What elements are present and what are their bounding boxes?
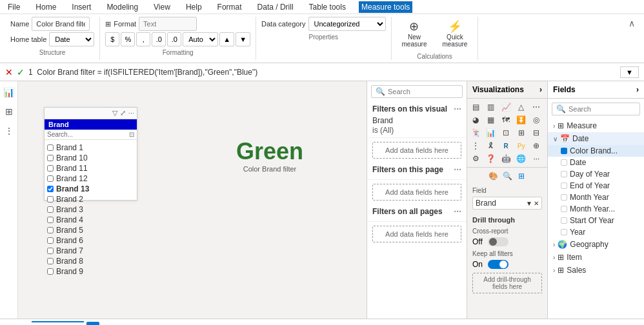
field-item-month-year[interactable]: Month Year xyxy=(548,192,644,203)
field-group-item-header[interactable]: › ⊞ Item xyxy=(548,251,644,264)
cross-report-toggle[interactable] xyxy=(488,237,508,246)
brand11-checkbox[interactable] xyxy=(47,165,54,172)
sidebar-icon-report[interactable]: 📊 xyxy=(2,85,16,99)
name-input[interactable] xyxy=(32,17,90,31)
viz-qna-icon[interactable]: ❓ xyxy=(485,153,497,164)
menu-table-tools[interactable]: Table tools xyxy=(307,1,348,13)
filter-brand-chip[interactable]: Brand is (All) xyxy=(372,116,461,135)
brand1-checkbox[interactable] xyxy=(47,144,54,151)
viz-matrix-icon[interactable]: ⊟ xyxy=(530,127,542,139)
add-page-data-button[interactable]: Add data fields here xyxy=(372,184,461,201)
menu-home[interactable]: Home xyxy=(33,1,59,13)
brand6-checkbox[interactable] xyxy=(47,237,54,244)
fields-panel-expand-icon[interactable]: › xyxy=(636,85,639,94)
field-item-day-of-year[interactable]: Day of Year xyxy=(548,168,644,180)
brand3-checkbox[interactable] xyxy=(47,206,54,213)
quick-measure-button[interactable]: ⚡ Quick measure xyxy=(437,17,472,50)
field-item-date[interactable]: Date xyxy=(548,157,644,168)
menu-data-drill[interactable]: Data / Drill xyxy=(255,1,296,13)
field-group-sales-header[interactable]: › ⊞ Sales xyxy=(548,264,644,277)
viz-treemap-icon[interactable]: ▦ xyxy=(485,114,497,126)
viz-field-input[interactable]: Brand ▼ ✕ xyxy=(472,197,542,210)
visual-slicer-widget[interactable]: ▽ ⤢ ··· Brand Search... ⊡ Brand 1 Brand … xyxy=(44,107,137,201)
format-input[interactable] xyxy=(139,17,197,31)
filter-icon[interactable]: ▽ xyxy=(112,109,117,117)
menu-measure-tools[interactable]: Measure tools xyxy=(359,1,412,13)
add-visual-data-button[interactable]: Add data fields here xyxy=(372,142,461,159)
formula-dropdown-button[interactable]: ▼ xyxy=(620,66,639,78)
viz-stacked-bar-icon[interactable]: ▤ xyxy=(470,101,481,113)
viz-more-icon[interactable]: ··· xyxy=(530,153,542,164)
brand8-checkbox[interactable] xyxy=(47,258,54,264)
field-item-end-of-year[interactable]: End of Year xyxy=(548,180,644,192)
add-drill-button[interactable]: Add drill-through fields here xyxy=(472,273,542,293)
field-group-geography-header[interactable]: › 🌍 Geography xyxy=(548,238,644,251)
viz-format-icon[interactable]: 🎨 xyxy=(487,170,499,182)
menu-view[interactable]: View xyxy=(151,1,173,13)
tab-brand-wise[interactable]: Brand Wise xyxy=(32,321,84,326)
currency-button[interactable]: $ xyxy=(105,32,119,46)
increase-decimal-button[interactable]: .0 xyxy=(152,32,166,46)
decrement-button[interactable]: ▼ xyxy=(236,32,250,46)
viz-analytics-icon[interactable]: 🔍 xyxy=(501,170,513,182)
more-icon[interactable]: ··· xyxy=(128,109,134,117)
sidebar-icon-model[interactable]: ⋮ xyxy=(2,124,16,138)
menu-help[interactable]: Help xyxy=(183,1,205,13)
viz-kpi-icon[interactable]: 📊 xyxy=(485,127,497,139)
comma-button[interactable]: , xyxy=(136,32,150,46)
field-item-color-brand[interactable]: Color Brand... xyxy=(548,145,644,157)
menu-insert[interactable]: Insert xyxy=(69,1,94,13)
field-group-measure-header[interactable]: › ⊞ Measure xyxy=(548,119,644,132)
brand12-checkbox[interactable] xyxy=(47,175,54,182)
brand2-checkbox[interactable] xyxy=(47,196,54,202)
decrease-decimal-button[interactable]: .0 xyxy=(167,32,181,46)
viz-python-icon[interactable]: Py xyxy=(516,140,527,152)
field-group-date-header[interactable]: ∨ 📅 Date xyxy=(548,132,644,145)
filter-all-more-button[interactable]: ··· xyxy=(454,207,461,216)
menu-file[interactable]: File xyxy=(5,1,23,13)
sidebar-icon-data[interactable]: ⊞ xyxy=(2,104,16,119)
viz-arcgis-icon[interactable]: 🌐 xyxy=(516,153,527,164)
tab-nav-next-button[interactable]: › xyxy=(19,322,30,326)
viz-r-script-icon[interactable]: R xyxy=(500,140,512,152)
data-category-select[interactable]: Uncategorized xyxy=(308,17,386,31)
focus-icon[interactable]: ⤢ xyxy=(120,109,126,117)
brand13-checkbox[interactable] xyxy=(47,186,54,192)
brand7-checkbox[interactable] xyxy=(47,248,54,254)
viz-map-icon[interactable]: 🗺 xyxy=(500,114,512,126)
viz-field-dropdown-icon[interactable]: ▼ xyxy=(526,200,532,207)
fields-search-box[interactable]: 🔍 xyxy=(552,103,640,115)
viz-area-chart-icon[interactable]: △ xyxy=(516,101,527,113)
field-item-month-year2[interactable]: Month Year... xyxy=(548,203,644,215)
auto-select[interactable]: Auto xyxy=(183,32,218,46)
viz-slicer-icon[interactable]: ⊡ xyxy=(500,127,512,139)
viz-funnel-icon[interactable]: ⏬ xyxy=(516,114,527,126)
viz-panel-expand-icon[interactable]: › xyxy=(539,85,542,94)
filter-visual-more-button[interactable]: ··· xyxy=(454,104,461,113)
viz-column-bar-icon[interactable]: ▥ xyxy=(485,101,497,113)
formula-confirm-button[interactable]: ✓ xyxy=(17,67,25,77)
viz-scatter-icon[interactable]: ⋯ xyxy=(530,101,542,113)
tab-nav-prev-button[interactable]: ‹ xyxy=(5,322,16,326)
field-item-start-of-year[interactable]: Start Of Year xyxy=(548,215,644,226)
tab-add-button[interactable]: + xyxy=(86,322,99,326)
filter-page-more-button[interactable]: ··· xyxy=(454,165,461,174)
brand9-checkbox[interactable] xyxy=(47,268,54,275)
brand5-checkbox[interactable] xyxy=(47,227,54,233)
viz-line-chart-icon[interactable]: 📈 xyxy=(500,101,512,113)
viz-pie-icon[interactable]: ◕ xyxy=(470,114,481,126)
viz-card-icon[interactable]: 🃏 xyxy=(470,127,481,139)
ribbon-collapse-button[interactable]: ∧ xyxy=(625,17,639,60)
home-table-select[interactable]: Date xyxy=(49,32,94,46)
formula-cancel-button[interactable]: ✕ xyxy=(5,67,13,77)
field-item-year[interactable]: Year xyxy=(548,226,644,238)
viz-waterfall-icon[interactable]: ⋮ xyxy=(470,140,481,152)
viz-custom-icon[interactable]: ⊕ xyxy=(530,140,542,152)
increment-button[interactable]: ▲ xyxy=(219,32,234,46)
filters-search-input[interactable] xyxy=(388,88,477,95)
menu-format[interactable]: Format xyxy=(215,1,245,13)
brand10-checkbox[interactable] xyxy=(47,155,54,161)
formula-input[interactable] xyxy=(28,68,616,77)
new-measure-button[interactable]: ⊕ New measure xyxy=(397,17,432,50)
viz-gauge-icon[interactable]: ◎ xyxy=(530,114,542,126)
